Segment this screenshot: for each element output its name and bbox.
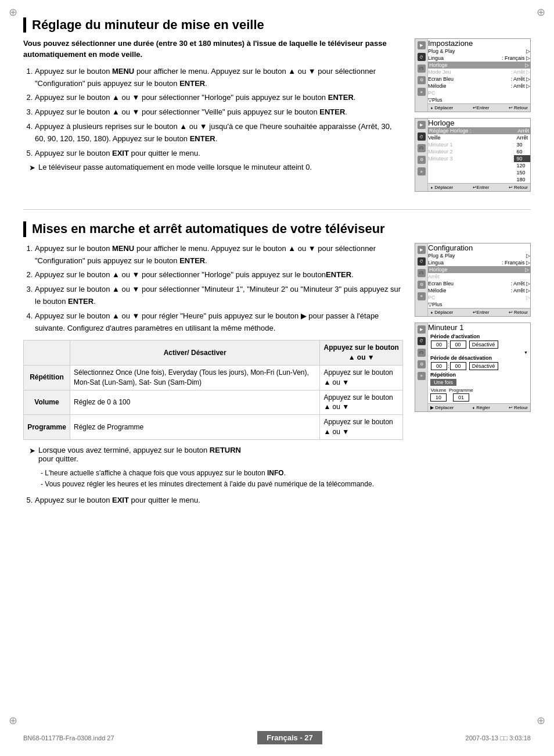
section1-step2: Appuyez sur le bouton ▲ ou ▼ pour sélect… — [35, 92, 403, 104]
section2-step5: Appuyez sur le bouton EXIT pour quitter … — [35, 495, 403, 507]
section2-step2: Appuyez sur le bouton ▲ ou ▼ pour sélect… — [35, 269, 403, 281]
section2-step3: Appuyez sur le bouton ▲ ou ▼ pour sélect… — [35, 284, 403, 308]
section2-arrow-note: ➤ Lorsque vous avez terminé, appuyez sur… — [29, 446, 403, 463]
tv1-icon-clock: ⏱ — [418, 53, 426, 61]
tv3-row-lingua: Lingua : Français ▷ — [428, 259, 530, 266]
section2-images: ▶ ⏱ 🎮 ⚙ ≡ Configuration Plug & Play ▷ — [415, 243, 531, 509]
tv2-side-icons: ▶ ⏱ 🎮 ⚙ ≡ — [415, 119, 428, 191]
section2: Mises en marche et arrêt automatiques de… — [23, 221, 531, 509]
tv4-icon-extra: ≡ — [418, 372, 426, 380]
tv4-programme-value: 01 — [453, 393, 469, 402]
section2-note2: Vous pouvez régler les heures et les min… — [35, 479, 403, 490]
section2-title: Mises en marche et arrêt automatiques de… — [23, 221, 531, 237]
section2-note1: L'heure actuelle s'affiche à chaque fois… — [35, 468, 403, 479]
corner-mark-tr: ⊕ — [537, 6, 545, 19]
tv4-repetition-label: Répétition — [430, 372, 528, 378]
tv1-icon-extra: ≡ — [418, 88, 426, 96]
params-table: Activer/ Désactiver Appuyez sur le bouto… — [23, 340, 403, 439]
section1-step3: Appuyez sur le bouton ▲ ou ▼ pour sélect… — [35, 106, 403, 119]
section1-step1: Appuyez sur le bouton MENU pour afficher… — [35, 66, 403, 90]
tv1-icon-tools: ⚙ — [418, 76, 426, 84]
section1-intro: Vous pouvez sélectionner une durée (entr… — [23, 38, 403, 59]
page-number-box: Français - 27 — [257, 731, 322, 744]
tv2-icon-game: 🎮 — [418, 144, 426, 152]
tv1-row-plus: ▽Plus — [428, 96, 530, 103]
tv4-volume-value: 10 — [430, 393, 447, 402]
tv4-icon-clock: ⏱ — [418, 337, 426, 345]
tv4-side-icons: ▶ ⏱ 🎮 ⚙ ≡ — [415, 323, 428, 411]
tv1-side-icons: ▶ ⏱ 🎮 ⚙ ≡ — [415, 39, 428, 112]
tv4-header: Minuteur 1 — [428, 323, 530, 332]
tv-screen-3: ▶ ⏱ 🎮 ⚙ ≡ Configuration Plug & Play ▷ — [415, 243, 531, 317]
tv2-icon-tools: ⚙ — [418, 156, 426, 164]
tv2-body: Réglage Horloge : Arrêt Veille Minuteur — [428, 127, 530, 183]
tv4-vol-prog-row: Volume 10 Programme 01 — [430, 388, 528, 402]
tv3-header: Configuration — [428, 243, 530, 252]
tv1-main: Impostazione Plug & Play ▷ Lingua : Fran… — [428, 39, 530, 112]
arrow-sym-icon: ➤ — [29, 163, 35, 172]
tv3-side-icons: ▶ ⏱ 🎮 ⚙ ≡ — [415, 243, 428, 316]
section1-step5: Appuyez sur le bouton EXIT pour quitter … — [35, 148, 403, 160]
date-info: 2007-03-13 □□ 3:03:18 — [466, 734, 531, 741]
section2-steps-list: Appuyez sur le bouton MENU pour afficher… — [35, 243, 403, 335]
tv4-volume-label: Volume — [431, 388, 447, 393]
tv1-row-melodie: Mélodie : Arrêt ▷ — [428, 83, 530, 89]
tv3-icon-clock: ⏱ — [418, 257, 426, 266]
table-row-programme: Programme Réglez de Programme Appuyez su… — [24, 415, 403, 440]
section1-block: Vous pouvez sélectionner une durée (entr… — [23, 38, 531, 192]
tv4-activation-time-row: 00 : 00 Désactivé — [430, 341, 528, 349]
tv1-header: Impostazione — [428, 39, 530, 48]
section1-images: ▶ ⏱ 🎮 ⚙ ≡ Impostazione Plug & Play ▷ — [415, 38, 531, 192]
tv4-activation-status: Désactivé — [469, 341, 498, 349]
tv1-row-pc: PC — [428, 89, 530, 96]
tv1-body: Plug & Play ▷ Lingua : Français ▷ Horlog… — [428, 48, 530, 103]
section1-text: Vous pouvez sélectionner une durée (entr… — [23, 38, 403, 192]
tv4-activation-label: Période d'activation — [430, 334, 528, 339]
tv4-deactivation-label: Période de désactivation — [430, 355, 528, 361]
tv1-row-ecranbleu: Ecran Bleu : Arrêt ▷ — [428, 76, 530, 83]
arrow-sym2-icon: ➤ — [29, 446, 35, 455]
section2-step5-list: Appuyez sur le bouton EXIT pour quitter … — [35, 495, 403, 507]
tv2-icon-extra: ≡ — [418, 167, 426, 175]
tv4-icon-tools: ⚙ — [418, 360, 426, 368]
page-container: ⊕ ⊕ ⊕ ⊕ Réglage du minuteur de mise en v… — [0, 0, 554, 550]
tv4-deactivation-status: Désactivé — [469, 362, 498, 370]
section-divider — [23, 209, 531, 210]
tv4-deactivation-time-row: 00 : 00 Désactivé — [430, 362, 528, 370]
tv1-row-plug: Plug & Play ▷ — [428, 48, 530, 55]
tv3-icon-extra: ≡ — [418, 292, 426, 300]
tv2-row-reglage: Réglage Horloge : Arrêt — [428, 127, 530, 134]
tv2-veille-row: Veille Minuteur 1 : Minuteur 2 : — [428, 134, 530, 183]
tv3-row-plus: ▽Plus — [428, 301, 530, 308]
section1-steps-list: Appuyez sur le bouton MENU pour afficher… — [35, 66, 403, 160]
tv4-repetition-value: Une fois — [430, 379, 456, 386]
section1: Réglage du minuteur de mise en veille Vo… — [23, 17, 531, 192]
tv1-row-lingua: Lingua : Français ▷ — [428, 55, 530, 62]
tv4-footer: ▶ Déplacer ⬧ Régler ↩ Retour — [428, 403, 530, 411]
section1-title: Réglage du minuteur de mise en veille — [23, 17, 531, 33]
tv3-row-arret: Arrêt — [428, 273, 530, 280]
table-row-volume: Volume Réglez de 0 à 100 Appuyez sur le … — [24, 390, 403, 415]
section2-bullet-notes: L'heure actuelle s'affiche à chaque fois… — [35, 468, 403, 490]
section2-step4: Appuyez sur le bouton ▲ ou ▼ pour régler… — [35, 310, 403, 335]
tv4-icon-film: ▶ — [418, 325, 426, 334]
section2-step1: Appuyez sur le bouton MENU pour afficher… — [35, 243, 403, 267]
corner-mark-br: ⊕ — [537, 714, 545, 727]
tv3-icon-game: 🎮 — [418, 269, 426, 277]
section1-step4: Appuyez à plusieurs reprises sur le bout… — [35, 121, 403, 145]
tv3-main: Configuration Plug & Play ▷ Lingua : Fra… — [428, 243, 530, 316]
section2-block: Appuyez sur le bouton MENU pour afficher… — [23, 243, 531, 509]
tv3-footer: ⬧ Déplacer ↵Entrer ↩ Retour — [428, 308, 530, 316]
section1-note-text: Le téléviseur passe automatiquement en m… — [38, 163, 312, 171]
tv3-row-horloge: Horloge ▷ — [428, 266, 530, 273]
tv1-row-modejeu: Mode Jeu : Arrêt ▷ — [428, 69, 530, 76]
tv2-veille-values: Arrêt 30 60 90 120 150 180 — [514, 134, 530, 183]
tv2-footer: ⬧ Déplacer ↵Entrer ↩ Retour — [428, 183, 530, 191]
table-row-header: Activer/ Désactiver Appuyez sur le bouto… — [24, 341, 403, 366]
tv1-icon-game: 🎮 — [418, 65, 426, 73]
tv4-programme-col: Programme 01 — [449, 388, 473, 402]
tv3-icon-film: ▶ — [418, 246, 426, 254]
tv1-icon-film: ▶ — [418, 41, 426, 49]
section1-arrow-note: ➤ Le téléviseur passe automatiquement en… — [29, 163, 403, 172]
tv3-icon-tools: ⚙ — [418, 281, 426, 289]
